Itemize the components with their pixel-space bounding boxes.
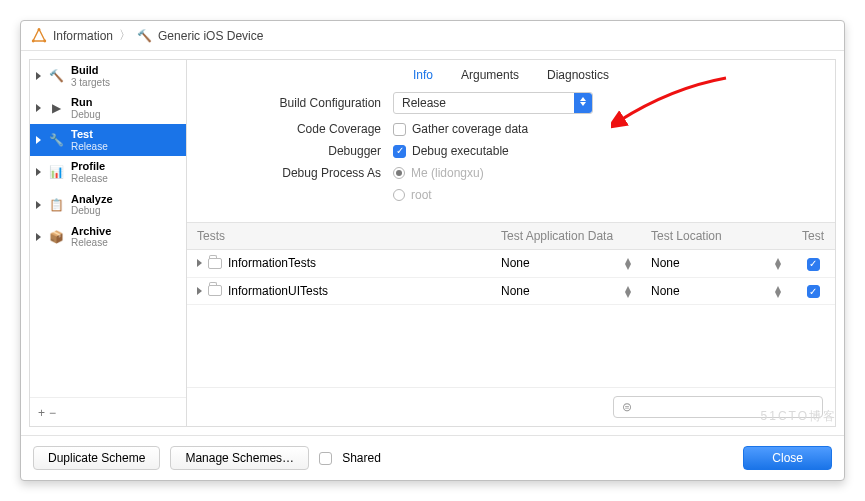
sidebar-item-label: Profile	[71, 160, 108, 173]
code-coverage-checkbox[interactable]	[393, 123, 406, 136]
disclosure-icon	[36, 104, 41, 112]
folder-icon	[208, 258, 222, 269]
dialog-footer: Duplicate Scheme Manage Schemes… Shared …	[21, 435, 844, 480]
tests-table: Tests Test Application Data Test Locatio…	[187, 222, 835, 426]
test-enabled-checkbox[interactable]	[807, 285, 820, 298]
tests-header-row: Tests Test Application Data Test Locatio…	[187, 223, 835, 250]
test-icon: 🔧	[47, 133, 65, 147]
debug-executable-checkbox[interactable]	[393, 145, 406, 158]
col-test[interactable]: Test	[791, 223, 835, 249]
sidebar-item-label: Analyze	[71, 193, 113, 206]
tab-bar: Info Arguments Diagnostics	[187, 60, 835, 92]
app-data-value[interactable]: None	[501, 284, 530, 298]
info-form: Build Configuration Release Code Coverag…	[187, 92, 835, 222]
sidebar-item-sublabel: 3 targets	[71, 77, 110, 89]
breadcrumb-device[interactable]: Generic iOS Device	[158, 29, 263, 43]
tab-arguments[interactable]: Arguments	[461, 68, 519, 82]
col-tests[interactable]: Tests	[187, 223, 491, 249]
build-icon: 🔨	[47, 69, 65, 83]
archive-icon: 📦	[47, 230, 65, 244]
debug-process-root-text: root	[411, 188, 432, 202]
disclosure-icon[interactable]	[197, 259, 202, 267]
chevron-updown-icon[interactable]: ▴▾	[625, 257, 631, 269]
disclosure-icon	[36, 233, 41, 241]
sidebar-item-sublabel: Release	[71, 173, 108, 185]
sidebar-item-label: Build	[71, 64, 110, 77]
sidebar-item-analyze[interactable]: 📋 AnalyzeDebug	[30, 189, 186, 221]
run-icon: ▶	[47, 101, 65, 115]
chevron-updown-icon[interactable]: ▴▾	[775, 257, 781, 269]
remove-button[interactable]: −	[49, 406, 60, 420]
svg-point-1	[32, 39, 35, 42]
sidebar-item-profile[interactable]: 📊 ProfileRelease	[30, 156, 186, 188]
analyze-icon: 📋	[47, 198, 65, 212]
close-button[interactable]: Close	[743, 446, 832, 470]
debug-process-me-text: Me (lidongxu)	[411, 166, 484, 180]
debug-process-label: Debug Process As	[203, 166, 393, 180]
chevron-updown-icon	[574, 93, 592, 113]
watermark: 51CTO博客	[761, 408, 837, 425]
sidebar-item-sublabel: Release	[71, 141, 108, 153]
location-value[interactable]: None	[651, 284, 680, 298]
breadcrumb-separator: 〉	[119, 27, 131, 44]
folder-icon	[208, 285, 222, 296]
debug-process-me-radio	[393, 167, 405, 179]
code-coverage-text: Gather coverage data	[412, 122, 528, 136]
chevron-updown-icon[interactable]: ▴▾	[775, 285, 781, 297]
tests-footer: ⊜	[187, 387, 835, 426]
col-app-data[interactable]: Test Application Data	[491, 223, 641, 249]
disclosure-icon	[36, 201, 41, 209]
build-config-select[interactable]: Release	[393, 92, 593, 114]
col-location[interactable]: Test Location	[641, 223, 791, 249]
sidebar-item-label: Archive	[71, 225, 111, 238]
sidebar-item-label: Run	[71, 96, 100, 109]
test-target-name: InformationTests	[228, 256, 316, 270]
scheme-action-list: 🔨 Build3 targets ▶ RunDebug 🔧 TestReleas…	[29, 59, 187, 427]
tab-diagnostics[interactable]: Diagnostics	[547, 68, 609, 82]
manage-schemes-button[interactable]: Manage Schemes…	[170, 446, 309, 470]
add-button[interactable]: +	[38, 406, 49, 420]
shared-checkbox[interactable]	[319, 452, 332, 465]
table-row[interactable]: InformationUITests None▴▾ None▴▾	[187, 278, 835, 306]
scheme-editor-window: Information 〉 🔨 Generic iOS Device 🔨 Bui…	[20, 20, 845, 481]
breadcrumb-project[interactable]: Information	[53, 29, 113, 43]
debug-executable-text: Debug executable	[412, 144, 509, 158]
duplicate-scheme-button[interactable]: Duplicate Scheme	[33, 446, 160, 470]
disclosure-icon	[36, 136, 41, 144]
build-config-value: Release	[402, 96, 446, 110]
table-row[interactable]: InformationTests None▴▾ None▴▾	[187, 250, 835, 278]
test-enabled-checkbox[interactable]	[807, 258, 820, 271]
disclosure-icon	[36, 168, 41, 176]
sidebar-item-run[interactable]: ▶ RunDebug	[30, 92, 186, 124]
disclosure-icon[interactable]	[197, 287, 202, 295]
sidebar-item-label: Test	[71, 128, 108, 141]
disclosure-icon	[36, 72, 41, 80]
sidebar-item-sublabel: Debug	[71, 109, 100, 121]
code-coverage-label: Code Coverage	[203, 122, 393, 136]
sidebar-item-archive[interactable]: 📦 ArchiveRelease	[30, 221, 186, 253]
sidebar-item-build[interactable]: 🔨 Build3 targets	[30, 60, 186, 92]
app-data-value[interactable]: None	[501, 256, 530, 270]
body: 🔨 Build3 targets ▶ RunDebug 🔧 TestReleas…	[21, 51, 844, 435]
sidebar-item-sublabel: Debug	[71, 205, 113, 217]
sidebar-add-remove: +−	[30, 397, 186, 426]
sidebar-item-test[interactable]: 🔧 TestRelease	[30, 124, 186, 156]
test-target-name: InformationUITests	[228, 284, 328, 298]
sidebar-item-sublabel: Release	[71, 237, 111, 249]
debug-process-root-radio	[393, 189, 405, 201]
svg-point-2	[43, 39, 46, 42]
chevron-updown-icon[interactable]: ▴▾	[625, 285, 631, 297]
app-icon	[31, 28, 47, 44]
hammer-icon: 🔨	[137, 29, 152, 43]
breadcrumb: Information 〉 🔨 Generic iOS Device	[21, 21, 844, 51]
location-value[interactable]: None	[651, 256, 680, 270]
svg-point-0	[38, 28, 41, 31]
tab-info[interactable]: Info	[413, 68, 433, 82]
shared-label: Shared	[342, 451, 381, 465]
debugger-label: Debugger	[203, 144, 393, 158]
profile-icon: 📊	[47, 165, 65, 179]
main-pane: Info Arguments Diagnostics Build Configu…	[187, 59, 836, 427]
build-config-label: Build Configuration	[203, 96, 393, 110]
